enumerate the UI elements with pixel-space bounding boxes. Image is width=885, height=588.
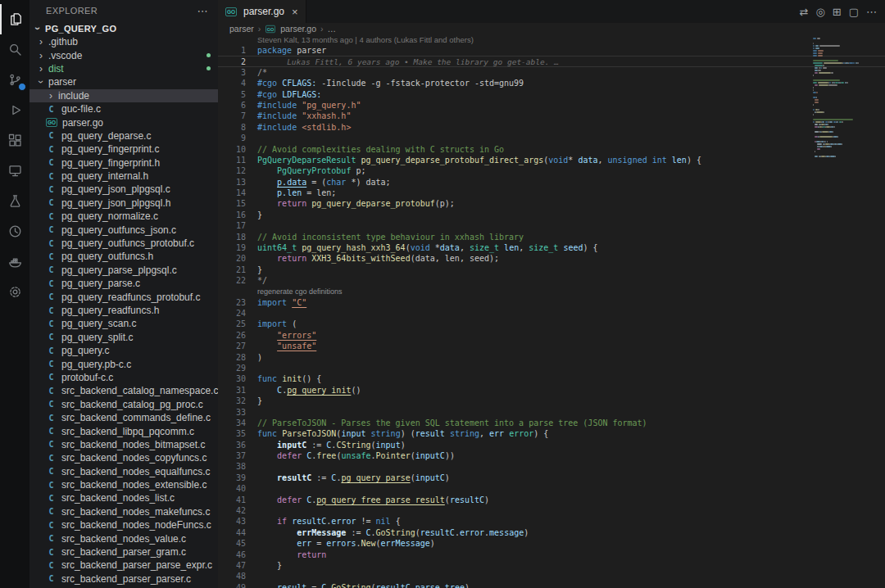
line-content[interactable]: */ [246, 275, 267, 286]
code-line[interactable]: 7#include "xxhash.h" [218, 111, 885, 121]
code-line[interactable]: 19uint64_t pg_query_hash_xxh3_64(void *d… [218, 242, 885, 253]
line-content[interactable]: Lukas Fittl, 6 years ago • Make the libr… [246, 57, 559, 66]
code-line[interactable]: 8#include <stdlib.h> [218, 122, 885, 133]
line-content[interactable] [246, 133, 257, 143]
code-line[interactable]: 32} [218, 396, 885, 406]
project-root[interactable]: › PG_QUERY_GO [30, 21, 218, 35]
line-content[interactable]: "errors" [246, 330, 316, 341]
minimap[interactable] [813, 38, 882, 158]
code-line[interactable]: 17 [218, 220, 885, 231]
code-line[interactable]: 36 inputC := C.CString(input) [218, 440, 885, 450]
code-line[interactable]: 9 [218, 133, 885, 143]
line-content[interactable]: defer C.pg_query_free_parse_result(resul… [246, 495, 489, 505]
code-line[interactable]: 33 [218, 407, 885, 418]
file-item[interactable]: Csrc_backend_parser_parser.c [30, 572, 218, 586]
line-content[interactable]: /* [246, 67, 267, 78]
code-line[interactable]: 2 Lukas Fittl, 6 years ago • Make the li… [218, 56, 885, 66]
file-item[interactable]: Cpg_query_fingerprint.c [30, 142, 218, 156]
line-content[interactable]: } [246, 560, 282, 571]
code-line[interactable]: 11PgQueryDeparseResult pg_query_deparse_… [218, 155, 885, 165]
file-item[interactable]: Csrc_backend_nodes_value.c [30, 531, 218, 545]
line-content[interactable]: import ( [246, 319, 297, 329]
line-content[interactable]: err = errors.New(errMessage) [246, 538, 435, 549]
code-line[interactable]: 13 p.data = (char *) data; [218, 177, 885, 188]
line-content[interactable]: package parser [246, 45, 326, 56]
code-line[interactable]: 48 [218, 571, 885, 581]
line-content[interactable]: result = C.GoString(resultC.parse_tree) [246, 582, 470, 588]
file-item[interactable]: Cpg_query_deparse.c [30, 129, 218, 142]
file-item[interactable]: Csrc_backend_nodes_extensible.c [30, 478, 218, 491]
line-content[interactable]: inputC := C.CString(input) [246, 440, 406, 450]
code-line[interactable]: 20 return XXH3_64bits_withSeed(data, len… [218, 253, 885, 264]
line-content[interactable]: p.len = len; [246, 188, 336, 198]
tab-parser-go[interactable]: GO parser.go × [218, 0, 306, 23]
code-line[interactable]: 14 p.len = len; [218, 188, 885, 198]
code-line[interactable]: 25import ( [218, 319, 885, 329]
file-item[interactable]: Csrc_backend_catalog_pg_proc.c [30, 398, 218, 411]
line-content[interactable]: uint64_t pg_query_hash_xxh3_64(void *dat… [246, 242, 598, 253]
code-line[interactable]: 35func ParseToJSON(input string) (result… [218, 428, 885, 439]
code-line[interactable]: 44 errMessage := C.GoString(resultC.erro… [218, 527, 885, 538]
code-line[interactable]: 27 "unsafe" [218, 341, 885, 351]
line-content[interactable]: import "C" [246, 297, 306, 308]
code-line[interactable]: 45 err = errors.New(errMessage) [218, 538, 885, 549]
code-line[interactable]: 12 PgQueryProtobuf p; [218, 165, 885, 176]
source-control-icon[interactable] [0, 65, 30, 95]
extensions-icon[interactable] [0, 125, 30, 156]
more-actions-icon[interactable]: ⋯ [866, 6, 877, 18]
code-line[interactable]: 10// Avoid complexities dealing with C s… [218, 144, 885, 155]
sidebar-more-icon[interactable]: ⋯ [197, 5, 208, 17]
file-item[interactable]: Cpg_query_parse.c [30, 277, 218, 290]
folder-item[interactable]: ›.github [30, 35, 218, 48]
code-line[interactable]: 41 defer C.pg_query_free_parse_result(re… [218, 495, 885, 505]
split-editor-icon[interactable]: ⊞ [833, 6, 842, 18]
line-content[interactable]: func init() { [246, 373, 321, 384]
line-content[interactable]: return [246, 550, 326, 560]
line-content[interactable]: #include <stdlib.h> [246, 122, 351, 133]
timeline-icon[interactable] [0, 216, 30, 247]
line-content[interactable] [246, 461, 257, 472]
code-line[interactable]: 1package parser [218, 45, 885, 56]
code-line[interactable]: 22*/ [218, 275, 885, 286]
line-content[interactable] [246, 308, 257, 319]
code-line[interactable]: 37 defer C.free(unsafe.Pointer(inputC)) [218, 450, 885, 461]
close-tab-icon[interactable]: × [292, 6, 298, 18]
line-content[interactable]: // Avoid inconsistent type behaviour in … [246, 232, 524, 242]
code-line[interactable]: 46 return [218, 550, 885, 560]
code-line[interactable]: 15 return pg_query_deparse_protobuf(p); [218, 198, 885, 209]
code-line[interactable]: 49 result = C.GoString(resultC.parse_tre… [218, 582, 885, 588]
code-line[interactable]: 34// ParseToJSON - Parses the given SQL … [218, 418, 885, 428]
file-item[interactable]: Csrc_backend_nodes_copyfuncs.c [30, 451, 218, 464]
file-item[interactable]: Cpg_query_internal.h [30, 170, 218, 183]
line-content[interactable]: return XXH3_64bits_withSeed(data, len, s… [246, 253, 499, 264]
file-item[interactable]: GOparser.go [30, 115, 218, 129]
line-content[interactable] [246, 483, 257, 494]
code-area[interactable]: Steven Kalt, 13 months ago | 4 authors (… [218, 34, 885, 588]
file-item[interactable]: Csrc_backend_nodes_makefuncs.c [30, 505, 218, 518]
code-line[interactable]: 30func init() { [218, 373, 885, 384]
code-line[interactable]: 26 "errors" [218, 330, 885, 341]
file-item[interactable]: Cpg_query_json_plpgsql.c [30, 183, 218, 196]
file-item[interactable]: Cprotobuf-c.c [30, 371, 218, 384]
line-content[interactable]: #cgo CFLAGS: -Iinclude -g -fstack-protec… [246, 78, 524, 88]
code-line[interactable]: 4#cgo CFLAGS: -Iinclude -g -fstack-prote… [218, 78, 885, 88]
line-content[interactable]: PgQueryProtobuf p; [246, 165, 365, 176]
file-item[interactable]: Cpg_query_fingerprint.h [30, 156, 218, 170]
file-item[interactable]: Csrc_backend_nodes_bitmapset.c [30, 438, 218, 451]
breadcrumb-item[interactable]: parser [229, 24, 254, 34]
line-content[interactable]: } [246, 265, 262, 275]
file-item[interactable]: Csrc_backend_commands_define.c [30, 411, 218, 424]
folder-item[interactable]: ›dist [30, 62, 218, 75]
line-content[interactable]: defer C.free(unsafe.Pointer(inputC)) [246, 450, 455, 461]
code-line[interactable]: 43 if resultC.error != nil { [218, 516, 885, 527]
file-item[interactable]: Csrc_backend_catalog_namespace.c [30, 384, 218, 397]
line-content[interactable]: } [246, 210, 262, 220]
folder-item[interactable]: ›.vscode [30, 48, 218, 61]
file-item[interactable]: Csrc_backend_parser_parse_expr.c [30, 559, 218, 572]
line-content[interactable]: } [246, 396, 262, 406]
settings-icon[interactable] [0, 277, 30, 307]
open-changes-icon[interactable]: ⇄ [800, 6, 809, 18]
file-item[interactable]: Cpg_query_parse_plpgsql.c [30, 264, 218, 277]
line-content[interactable] [246, 407, 257, 418]
code-line[interactable]: 3/* [218, 67, 885, 78]
